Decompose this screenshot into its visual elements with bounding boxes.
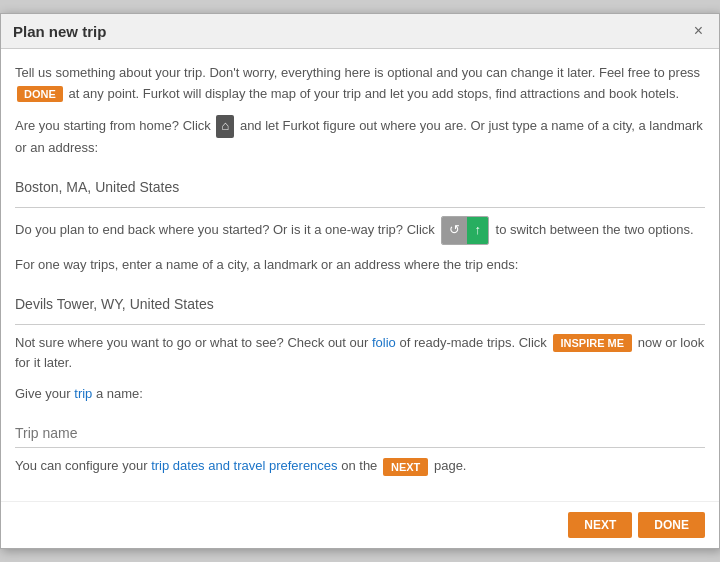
one-way-instruction-text: For one way trips, enter a name of a cit… bbox=[15, 257, 518, 272]
intro-section: Tell us something about your trip. Don't… bbox=[15, 63, 705, 105]
end-location-value: Devils Tower, WY, United States bbox=[15, 291, 705, 317]
next-button-inline[interactable]: NEXT bbox=[383, 458, 428, 476]
trip-name-input[interactable] bbox=[15, 419, 705, 448]
start-location-field[interactable]: Boston, MA, United States bbox=[15, 168, 705, 207]
config-before: You can configure your bbox=[15, 458, 148, 473]
modal-body: Tell us something about your trip. Don't… bbox=[1, 49, 719, 501]
plan-trip-modal: Plan new trip × Tell us something about … bbox=[0, 13, 720, 549]
round-trip-after: to switch between the two options. bbox=[496, 222, 694, 237]
inspire-me-button[interactable]: INSPIRE ME bbox=[553, 334, 633, 352]
one-way-icon[interactable]: ↑ bbox=[467, 217, 488, 244]
done-button-inline[interactable]: DONE bbox=[17, 86, 63, 102]
trip-name-label-section: Give your trip a name: bbox=[15, 384, 705, 405]
round-trip-question: Do you plan to end back where you starte… bbox=[15, 222, 435, 237]
home-icon[interactable]: ⌂ bbox=[216, 115, 234, 138]
inspire-middle: of ready-made trips. Click bbox=[399, 335, 546, 350]
modal-header: Plan new trip × bbox=[1, 14, 719, 49]
next-button-footer[interactable]: NEXT bbox=[568, 512, 632, 538]
trip-name-after-text: a name: bbox=[96, 386, 143, 401]
end-location-field[interactable]: Devils Tower, WY, United States bbox=[15, 285, 705, 324]
inspire-section: Not sure where you want to go or what to… bbox=[15, 333, 705, 375]
round-trip-icon[interactable]: ↺ bbox=[442, 217, 467, 244]
modal-footer: NEXT DONE bbox=[1, 501, 719, 548]
home-question-section: Are you starting from home? Click ⌂ and … bbox=[15, 115, 705, 159]
round-trip-section: Do you plan to end back where you starte… bbox=[15, 216, 705, 245]
close-button[interactable]: × bbox=[690, 22, 707, 40]
folio-link[interactable]: folio bbox=[372, 335, 396, 350]
trip-name-before: Give your bbox=[15, 386, 71, 401]
intro-text-before: Tell us something about your trip. Don't… bbox=[15, 65, 700, 80]
modal-title: Plan new trip bbox=[13, 23, 106, 40]
done-button-footer[interactable]: DONE bbox=[638, 512, 705, 538]
config-section: You can configure your trip dates and tr… bbox=[15, 456, 705, 477]
intro-text-after: at any point. Furkot will display the ma… bbox=[68, 86, 679, 101]
start-location-value: Boston, MA, United States bbox=[15, 174, 705, 200]
trip-dates-link[interactable]: trip dates and travel preferences bbox=[151, 458, 337, 473]
config-after: on the bbox=[341, 458, 381, 473]
one-way-instruction-section: For one way trips, enter a name of a cit… bbox=[15, 255, 705, 276]
inspire-before: Not sure where you want to go or what to… bbox=[15, 335, 368, 350]
config-end: page. bbox=[434, 458, 467, 473]
trip-type-toggle[interactable]: ↺ ↑ bbox=[441, 216, 489, 245]
trip-link[interactable]: trip bbox=[74, 386, 92, 401]
home-question-before: Are you starting from home? Click bbox=[15, 118, 211, 133]
